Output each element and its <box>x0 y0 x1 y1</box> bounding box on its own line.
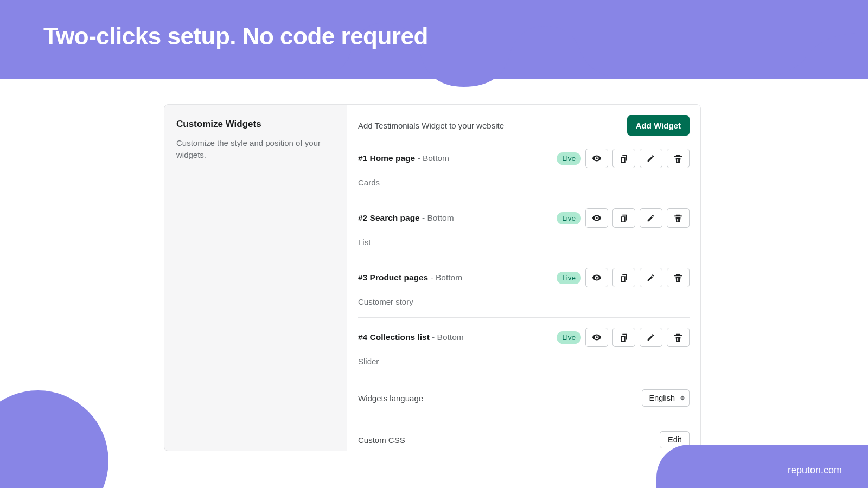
widget-row: #4 Collections list - Bottom Live Slider <box>358 317 690 377</box>
duplicate-button[interactable] <box>612 208 635 228</box>
sidebar-title: Customize Widgets <box>176 119 335 130</box>
copy-icon <box>619 213 629 223</box>
copy-icon <box>619 273 629 282</box>
preview-button[interactable] <box>585 149 608 168</box>
widget-row: #3 Product pages - Bottom Live Customer … <box>358 258 690 317</box>
pencil-icon <box>646 213 656 223</box>
add-widget-button[interactable]: Add Widget <box>627 115 690 136</box>
widget-title: #1 Home page - Bottom <box>358 153 449 163</box>
widget-type: List <box>358 237 690 247</box>
live-badge: Live <box>557 331 581 344</box>
preview-button[interactable] <box>585 268 608 287</box>
duplicate-button[interactable] <box>612 328 635 347</box>
delete-button[interactable] <box>667 208 690 228</box>
language-label: Widgets language <box>358 394 423 403</box>
widget-list: #1 Home page - Bottom Live Cards #2 Sear… <box>347 149 700 377</box>
widget-type: Cards <box>358 178 690 187</box>
copy-icon <box>619 153 629 163</box>
edit-button[interactable] <box>640 149 662 168</box>
widget-title: #3 Product pages - Bottom <box>358 273 462 282</box>
language-value: English <box>649 394 675 402</box>
duplicate-button[interactable] <box>612 149 635 168</box>
trash-icon <box>673 213 683 223</box>
preview-button[interactable] <box>585 208 608 228</box>
pencil-icon <box>646 153 656 163</box>
pencil-icon <box>646 332 656 342</box>
widget-type: Slider <box>358 357 690 366</box>
eye-icon <box>592 273 602 282</box>
widget-actions: Live <box>557 208 690 228</box>
css-section: Custom CSS Edit <box>347 419 700 451</box>
live-badge: Live <box>557 152 581 165</box>
widget-row: #2 Search page - Bottom Live List <box>358 198 690 258</box>
delete-button[interactable] <box>667 328 690 347</box>
edit-button[interactable] <box>640 328 662 347</box>
sidebar-desc: Customize the style and position of your… <box>176 137 335 161</box>
delete-button[interactable] <box>667 149 690 168</box>
widget-actions: Live <box>557 328 690 347</box>
trash-icon <box>673 153 683 163</box>
trash-icon <box>673 332 683 342</box>
live-badge: Live <box>557 272 581 284</box>
panel-header: Add Testimonials Widget to your website … <box>347 105 700 149</box>
widget-row: #1 Home page - Bottom Live Cards <box>358 149 690 198</box>
eye-icon <box>592 213 602 223</box>
copy-icon <box>619 332 629 342</box>
delete-button[interactable] <box>667 268 690 287</box>
preview-button[interactable] <box>585 328 608 347</box>
eye-icon <box>592 153 602 163</box>
edit-button[interactable] <box>640 208 662 228</box>
trash-icon <box>673 273 683 282</box>
pencil-icon <box>646 273 656 282</box>
eye-icon <box>592 332 602 342</box>
hero-title: Two-clicks setup. No code requred <box>43 23 428 50</box>
panel-lead: Add Testimonials Widget to your website <box>358 121 504 130</box>
sort-icon <box>680 396 685 401</box>
widget-title: #2 Search page - Bottom <box>358 213 454 223</box>
corner-blob-left <box>0 390 108 488</box>
language-section: Widgets language English <box>347 377 700 419</box>
live-badge: Live <box>557 212 581 224</box>
language-select[interactable]: English <box>642 389 690 407</box>
widget-type: Customer story <box>358 297 690 306</box>
duplicate-button[interactable] <box>612 268 635 287</box>
widget-actions: Live <box>557 149 690 168</box>
sidebar: Customize Widgets Customize the style an… <box>164 105 347 451</box>
brand-mark: reputon.com <box>788 465 842 476</box>
main-panel: Add Testimonials Widget to your website … <box>347 105 700 451</box>
css-label: Custom CSS <box>358 435 405 445</box>
widget-title: #4 Collections list - Bottom <box>358 332 464 342</box>
widget-actions: Live <box>557 268 690 287</box>
edit-button[interactable] <box>640 268 662 287</box>
app-frame: Customize Widgets Customize the style an… <box>164 104 701 451</box>
